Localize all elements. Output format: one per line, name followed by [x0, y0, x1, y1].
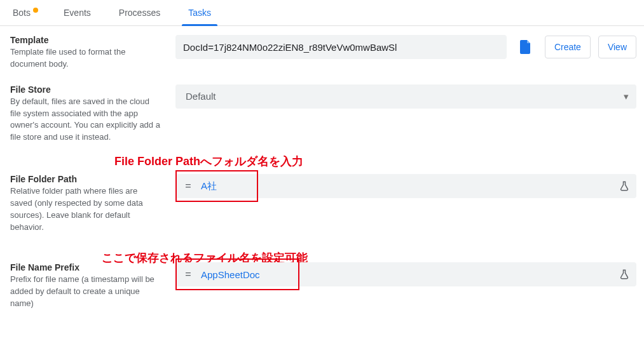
tab-label: Tasks	[188, 8, 211, 18]
label-col: File Name Prefix Prefix for file name (a…	[10, 262, 175, 310]
annotation-folder-note: File Folder Pathへフォルダ名を入力	[114, 154, 303, 169]
name-prefix-value: AppSheetDoc	[201, 269, 260, 280]
field-col: Default ▾	[175, 84, 636, 109]
row-file-folder-path: File Folder Path Relative folder path wh…	[10, 174, 636, 233]
file-name-prefix-input[interactable]: = AppSheetDoc	[175, 262, 636, 286]
equals-sign: =	[175, 180, 201, 192]
row-file-store: File Store By default, files are saved i…	[10, 84, 636, 144]
tab-bots[interactable]: Bots	[9, 0, 50, 25]
tab-processes[interactable]: Processes	[105, 0, 174, 25]
field-col: = A社	[175, 174, 636, 198]
folder-path-value: A社	[201, 180, 217, 192]
row-template: Template Template file used to format th…	[10, 35, 636, 70]
equals-sign: =	[175, 269, 201, 280]
field-col: = AppSheetDoc	[175, 262, 636, 286]
create-label: Create	[554, 42, 581, 52]
tabs-bar: Bots Events Processes Tasks	[0, 0, 644, 26]
select-value: Default	[183, 91, 624, 102]
label-col: File Folder Path Relative folder path wh…	[10, 174, 175, 233]
template-value: DocId=17j824NM0o22ziEN8_r89tVeVw0mwBawSl	[183, 42, 397, 53]
field-desc: By default, files are saved in the cloud…	[10, 96, 160, 144]
flask-icon[interactable]	[619, 269, 636, 280]
tab-label: Events	[64, 8, 91, 18]
field-col: DocId=17j824NM0o22ziEN8_r89tVeVw0mwBawSl…	[175, 35, 636, 59]
notification-dot-icon	[33, 8, 38, 13]
tab-events[interactable]: Events	[50, 0, 105, 25]
create-button[interactable]: Create	[545, 36, 591, 58]
file-folder-path-input[interactable]: = A社	[175, 174, 636, 198]
template-input[interactable]: DocId=17j824NM0o22ziEN8_r89tVeVw0mwBawSl	[175, 35, 507, 59]
field-title: File Folder Path	[10, 174, 160, 184]
tab-label: Processes	[119, 8, 160, 18]
row-file-name-prefix: File Name Prefix Prefix for file name (a…	[10, 262, 636, 310]
tab-tasks[interactable]: Tasks	[174, 0, 225, 25]
field-title: File Store	[10, 84, 160, 95]
view-button[interactable]: View	[598, 36, 636, 58]
tab-label: Bots	[13, 8, 31, 18]
content: Template Template file used to format th…	[0, 26, 644, 310]
label-col: File Store By default, files are saved i…	[10, 84, 175, 144]
file-store-select[interactable]: Default ▾	[175, 84, 636, 109]
flask-icon[interactable]	[619, 180, 636, 192]
field-desc: Prefix for file name (a timestamp will b…	[10, 274, 160, 310]
file-icon[interactable]	[514, 36, 537, 58]
field-title: Template	[10, 35, 160, 45]
chevron-down-icon: ▾	[624, 91, 629, 102]
field-title: File Name Prefix	[10, 262, 160, 272]
view-label: View	[608, 42, 627, 52]
field-desc: Relative folder path where files are sav…	[10, 185, 160, 233]
field-desc: Template file used to format the documen…	[10, 46, 160, 70]
label-col: Template Template file used to format th…	[10, 35, 175, 70]
